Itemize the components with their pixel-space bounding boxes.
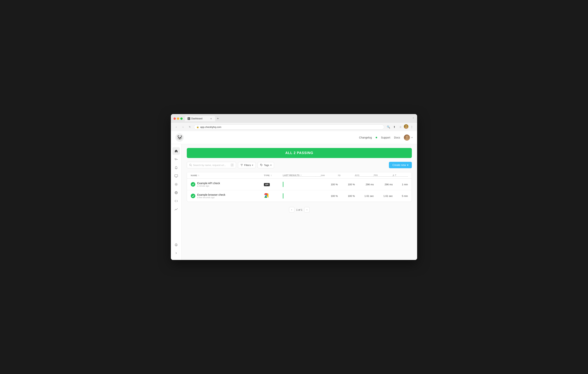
result-bar <box>283 181 321 187</box>
bookmark-button[interactable]: ☆ <box>398 124 403 129</box>
sidebar-item-home[interactable] <box>172 147 180 155</box>
sidebar-item-code[interactable] <box>172 197 180 205</box>
svg-text:D: D <box>188 118 189 119</box>
browser-user-avatar[interactable] <box>404 124 409 129</box>
user-menu-chevron: ▾ <box>411 136 413 139</box>
check-name-cell: Example API check a minute ago <box>191 182 264 187</box>
svg-point-3 <box>405 127 408 129</box>
lock-icon: 🔒 <box>196 126 199 128</box>
svg-point-5 <box>405 138 409 140</box>
metric-24h-2: 100 % <box>321 195 338 197</box>
user-avatar <box>404 135 410 140</box>
address-bar[interactable]: 🔒 app.checklyhq.com <box>194 125 384 129</box>
share-button[interactable]: ⬆ <box>392 124 397 129</box>
traffic-light-yellow[interactable] <box>177 118 179 120</box>
create-new-button[interactable]: Create new ▾ <box>389 162 412 168</box>
status-indicator <box>376 137 377 138</box>
tags-chevron: ▾ <box>270 164 272 167</box>
sidebar-item-tools[interactable] <box>172 181 180 188</box>
sort-icon-type <box>270 174 272 176</box>
table-row[interactable]: Example API check a minute ago API 100 % <box>187 179 412 190</box>
sidebar-item-monitors[interactable] <box>172 172 180 180</box>
check-time-2: a few seconds ago <box>197 196 225 199</box>
svg-point-23 <box>265 195 267 196</box>
tab-favicon: D <box>188 117 190 120</box>
green-bar-2 <box>283 193 284 199</box>
changelog-link[interactable]: Changelog <box>359 136 372 139</box>
sidebar-item-deploy[interactable] <box>172 241 180 249</box>
page-info: 1 of 1 <box>296 208 303 211</box>
sidebar-item-alerts[interactable] <box>172 164 180 171</box>
search-box[interactable]: Search by name, request url... / <box>187 162 236 168</box>
check-type-cell: API <box>264 183 283 186</box>
table-row[interactable]: Example browser check a few seconds ago <box>187 190 412 202</box>
sort-icon <box>198 174 200 176</box>
col-header-24h: 24H <box>321 174 338 177</box>
user-menu[interactable]: ▾ <box>404 135 413 140</box>
status-banner: ALL 2 PASSING <box>187 148 412 158</box>
metric-avg-2: 1.61 sec <box>355 195 374 197</box>
svg-point-13 <box>176 245 177 245</box>
app-logo[interactable]: 🐼 <box>175 133 184 142</box>
toolbar: Search by name, request url... / Filters… <box>187 162 412 168</box>
tags-button[interactable]: Tags ▾ <box>258 162 274 168</box>
svg-point-9 <box>176 184 177 185</box>
metric-delta-1: 1 min <box>393 183 408 186</box>
metric-delta-2: 5 min <box>393 195 408 197</box>
back-button[interactable]: ‹ <box>174 124 179 129</box>
main-content: ALL 2 PASSING Search by name, request ur… <box>181 144 417 260</box>
check-name: Example API check <box>197 182 220 185</box>
col-header-name[interactable]: NAME <box>191 174 264 177</box>
filters-chevron: ▾ <box>252 164 253 167</box>
browser-menu-button[interactable]: ⋮ <box>409 124 414 129</box>
chrome-icon <box>264 193 268 198</box>
url-text: app.checklyhq.com <box>200 126 221 128</box>
sidebar-item-activity[interactable] <box>172 156 180 163</box>
next-page-button[interactable]: › <box>304 207 310 212</box>
svg-line-16 <box>191 166 192 166</box>
filters-button[interactable]: Filters ▾ <box>238 162 256 168</box>
docs-link[interactable]: Docs <box>394 136 400 139</box>
window-controls: ⌃ <box>412 117 414 120</box>
create-new-chevron: ▾ <box>407 163 409 167</box>
support-link[interactable]: Support <box>381 136 390 139</box>
check-name-info-2: Example browser check a few seconds ago <box>197 193 225 199</box>
metric-24h-1: 100 % <box>321 183 338 186</box>
check-status-passing-2 <box>191 194 195 198</box>
refresh-button[interactable]: ↻ <box>187 124 192 129</box>
traffic-light-red[interactable] <box>174 118 176 120</box>
check-name-2: Example browser check <box>197 193 225 196</box>
new-tab-button[interactable]: + <box>215 116 220 121</box>
col-header-type[interactable]: TYPE <box>264 174 283 177</box>
create-new-label: Create new <box>392 163 406 167</box>
sidebar-expand-button[interactable] <box>172 249 180 257</box>
metric-avg-1: 296 ms <box>355 183 374 186</box>
search-placeholder: Search by name, request url... <box>193 164 226 167</box>
tags-label: Tags <box>264 164 269 167</box>
zoom-button[interactable]: 🔍 <box>386 124 391 129</box>
logo-area: 🐼 <box>175 133 184 142</box>
metric-p95-2: 1.61 sec <box>374 195 393 197</box>
svg-point-4 <box>406 136 408 138</box>
pagination: ‹ 1 of 1 › <box>187 206 412 214</box>
filters-label: Filters <box>244 164 251 167</box>
prev-page-button[interactable]: ‹ <box>289 207 294 212</box>
metric-7d-2: 100 % <box>338 195 355 197</box>
col-header-last-results[interactable]: LAST RESULTS <box>283 174 321 177</box>
col-header-delta-t: Δ T <box>393 174 408 177</box>
sidebar-item-analytics[interactable] <box>172 206 180 213</box>
traffic-light-green[interactable] <box>180 118 183 120</box>
forward-button[interactable]: › <box>180 124 186 129</box>
check-status-passing <box>191 182 195 187</box>
col-header-7d: 7D <box>338 174 355 177</box>
browser-navbar: ‹ › ↻ 🔒 app.checklyhq.com 🔍 ⬆ ☆ ⋮ <box>171 123 417 131</box>
checks-table: NAME TYPE LAST RESULTS <box>187 172 412 202</box>
sidebar-item-globe[interactable] <box>172 189 180 196</box>
col-header-avg: AVG <box>355 174 374 177</box>
svg-rect-6 <box>175 175 178 177</box>
browser-tab[interactable]: D Dashboard ✕ <box>185 116 215 121</box>
tab-close-button[interactable]: ✕ <box>210 117 212 120</box>
tag-icon <box>260 164 263 166</box>
search-slash: / <box>231 163 234 167</box>
header-nav: Changelog Support Docs ▾ <box>359 135 413 140</box>
